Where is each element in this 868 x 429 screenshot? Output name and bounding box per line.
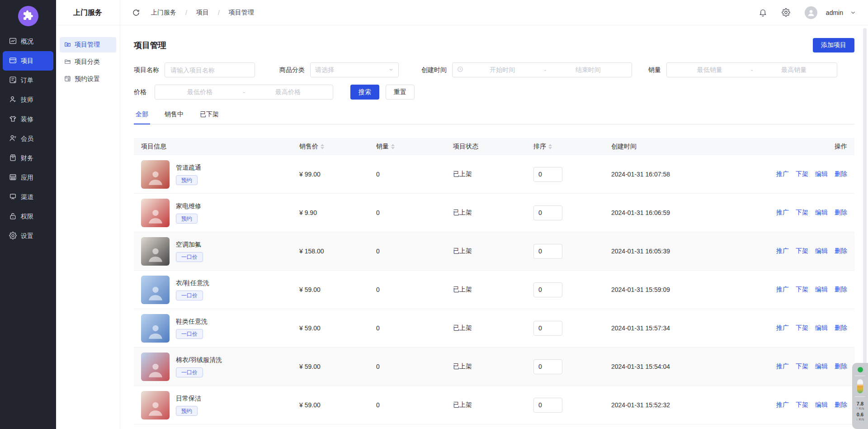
sidebar-item-label: 权限 — [21, 213, 33, 221]
breadcrumb-item-1[interactable]: 上门服务 — [151, 9, 176, 17]
row-action-edit[interactable]: 编辑 — [815, 362, 828, 371]
sort-icon[interactable] — [321, 144, 324, 149]
project-type-tag: 一口价 — [176, 329, 203, 339]
row-action-promote[interactable]: 推广 — [776, 324, 789, 332]
sort-order-input[interactable] — [533, 244, 562, 259]
row-action-promote[interactable]: 推广 — [776, 362, 789, 371]
row-action-delete[interactable]: 删除 — [835, 247, 847, 255]
net-speed-widget[interactable]: 7.8 ↑ K/s 0.6 ↓ K/s — [852, 363, 868, 429]
row-action-take-down[interactable]: 下架 — [796, 401, 808, 409]
created-time-range-picker[interactable]: 开始时间 - 结束时间 — [452, 62, 632, 77]
price-range-input[interactable]: 最低价格 - 最高价格 — [155, 85, 333, 100]
project-name[interactable]: 管道疏通 — [176, 164, 201, 172]
sidebar-item-apps[interactable]: 应用 — [3, 168, 53, 187]
project-name[interactable]: 衣/鞋任意洗 — [176, 279, 209, 287]
row-action-take-down[interactable]: 下架 — [796, 209, 808, 217]
row-action-delete[interactable]: 删除 — [835, 209, 847, 217]
sidebar-item-decoration[interactable]: 装修 — [3, 110, 53, 129]
sort-order-input[interactable] — [533, 167, 562, 182]
search-button[interactable]: 搜索 — [350, 85, 379, 100]
row-action-take-down[interactable]: 下架 — [796, 286, 808, 294]
row-action-take-down[interactable]: 下架 — [796, 362, 808, 371]
gear-icon[interactable] — [782, 8, 790, 17]
tab-on-sale[interactable]: 销售中 — [163, 110, 185, 124]
project-type-tag: 一口价 — [176, 252, 203, 262]
row-action-edit[interactable]: 编辑 — [815, 209, 828, 217]
project-name-input[interactable] — [165, 62, 255, 77]
sort-order-input[interactable] — [533, 359, 562, 374]
refresh-icon[interactable] — [132, 9, 140, 17]
row-action-promote[interactable]: 推广 — [776, 401, 789, 409]
project-name[interactable]: 空调加氟 — [176, 241, 203, 249]
project-name[interactable]: 鞋类任意洗 — [176, 318, 208, 326]
breadcrumb-item-3[interactable]: 项目管理 — [229, 9, 254, 17]
sort-icon[interactable] — [548, 144, 552, 149]
row-action-delete[interactable]: 删除 — [835, 286, 847, 294]
sidebar-item-finance[interactable]: 财务 — [3, 148, 53, 168]
row-action-promote[interactable]: 推广 — [776, 247, 789, 255]
sort-order-input[interactable] — [533, 205, 562, 220]
row-action-delete[interactable]: 删除 — [835, 324, 847, 332]
project-thumbnail[interactable] — [141, 314, 170, 343]
row-action-promote[interactable]: 推广 — [776, 209, 789, 217]
sidebar-item-member[interactable]: 会员 — [3, 129, 53, 148]
project-thumbnail[interactable] — [141, 237, 170, 266]
tab-off-shelf[interactable]: 已下架 — [198, 110, 221, 124]
start-time-placeholder: 开始时间 — [463, 66, 542, 74]
row-action-edit[interactable]: 编辑 — [815, 247, 828, 255]
subnav-item-project-manage[interactable]: 项目管理 — [60, 37, 116, 52]
row-action-take-down[interactable]: 下架 — [796, 170, 808, 178]
row-action-delete[interactable]: 删除 — [835, 170, 847, 178]
sidebar-item-channel[interactable]: 渠道 — [3, 187, 53, 207]
project-name[interactable]: 日常保洁 — [176, 395, 201, 403]
down-arrow-icon: ↓ — [856, 417, 858, 421]
avatar[interactable] — [805, 6, 817, 19]
settings-icon — [9, 232, 17, 241]
row-action-edit[interactable]: 编辑 — [815, 286, 828, 294]
project-thumbnail[interactable] — [141, 276, 170, 304]
project-thumbnail[interactable] — [141, 199, 170, 227]
add-project-button[interactable]: 添加项目 — [813, 38, 854, 52]
sort-icon[interactable] — [391, 144, 395, 149]
row-action-take-down[interactable]: 下架 — [796, 324, 808, 332]
chevron-down-icon[interactable] — [850, 10, 856, 16]
col-sales[interactable]: 销量 — [369, 143, 446, 151]
row-action-delete[interactable]: 删除 — [835, 401, 847, 409]
app-window: 概况 项目 订单 技师 装修 会员 — [0, 0, 868, 429]
row-action-promote[interactable]: 推广 — [776, 286, 789, 294]
sidebar-item-order[interactable]: 订单 — [3, 71, 53, 90]
breadcrumb-item-2[interactable]: 项目 — [196, 9, 209, 17]
subnav-item-project-category[interactable]: 项目分类 — [60, 54, 116, 70]
row-action-edit[interactable]: 编辑 — [815, 401, 828, 409]
sidebar-item-overview[interactable]: 概况 — [3, 32, 53, 51]
col-price[interactable]: 销售价 — [292, 143, 369, 151]
reset-button[interactable]: 重置 — [386, 85, 415, 100]
category-select[interactable]: 请选择 — [310, 62, 399, 77]
project-info-cell: 棉衣/羽绒服清洗 一口价 — [134, 353, 292, 381]
project-thumbnail[interactable] — [141, 391, 170, 419]
row-action-take-down[interactable]: 下架 — [796, 247, 808, 255]
sidebar-item-permission[interactable]: 权限 — [3, 207, 53, 226]
row-action-edit[interactable]: 编辑 — [815, 324, 828, 332]
sidebar-item-technician[interactable]: 技师 — [3, 90, 53, 110]
clock-icon — [457, 66, 463, 74]
sort-order-input[interactable] — [533, 398, 562, 413]
sidebar-item-project[interactable]: 项目 — [3, 51, 53, 71]
row-action-promote[interactable]: 推广 — [776, 170, 789, 178]
username-label[interactable]: admin — [826, 9, 843, 16]
sort-order-input[interactable] — [533, 321, 562, 336]
project-name[interactable]: 棉衣/羽绒服清洗 — [176, 356, 222, 364]
col-sort[interactable]: 排序 — [526, 143, 604, 151]
app-logo[interactable] — [18, 6, 38, 26]
project-name[interactable]: 家电维修 — [176, 202, 201, 210]
sidebar-item-settings[interactable]: 设置 — [3, 226, 53, 246]
row-action-edit[interactable]: 编辑 — [815, 170, 828, 178]
tab-all[interactable]: 全部 — [134, 110, 150, 124]
row-action-delete[interactable]: 删除 — [835, 362, 847, 371]
sort-order-input[interactable] — [533, 282, 562, 297]
sales-range-input[interactable]: 最低销量 - 最高销量 — [666, 62, 837, 77]
bell-icon[interactable] — [759, 8, 767, 17]
subnav-item-booking-settings[interactable]: 预约设置 — [60, 72, 116, 87]
project-thumbnail[interactable] — [141, 353, 170, 381]
project-thumbnail[interactable] — [141, 160, 170, 189]
